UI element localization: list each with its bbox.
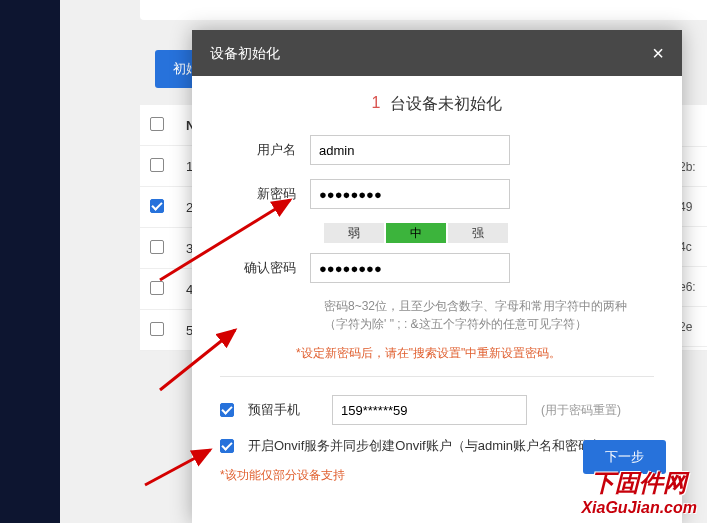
username-label: 用户名 xyxy=(220,141,310,159)
reserve-phone-checkbox[interactable] xyxy=(220,403,234,417)
watermark-cn: 下固件网 xyxy=(581,467,697,499)
row-checkbox[interactable] xyxy=(150,322,164,336)
device-init-modal: 设备初始化 × 1 台设备未初始化 用户名 新密码 弱 中 强 确认密码 密码8… xyxy=(192,30,682,523)
row-checkbox[interactable] xyxy=(150,240,164,254)
divider xyxy=(220,376,654,377)
select-all-checkbox[interactable] xyxy=(150,117,164,131)
watermark: 下固件网 XiaGuJian.com xyxy=(581,467,697,517)
watermark-en: XiaGuJian.com xyxy=(581,499,697,517)
init-count-suffix: 台设备未初始化 xyxy=(390,94,502,115)
modal-header: 设备初始化 × xyxy=(192,30,682,76)
row-checkbox[interactable] xyxy=(150,199,164,213)
after-set-warning: *设定新密码后，请在"搜索设置"中重新设置密码。 xyxy=(296,345,654,362)
password-strength: 弱 中 强 xyxy=(324,223,654,243)
strength-mid: 中 xyxy=(386,223,446,243)
modal-title: 设备初始化 xyxy=(210,30,280,76)
reserve-phone-input[interactable] xyxy=(332,395,527,425)
onvif-label: 开启Onvif服务并同步创建Onvif账户（与admin账户名和密码相同） xyxy=(248,437,630,455)
strength-strong: 强 xyxy=(448,223,508,243)
row-checkbox[interactable] xyxy=(150,158,164,172)
close-icon[interactable]: × xyxy=(652,30,664,76)
init-count-row: 1 台设备未初始化 xyxy=(220,94,654,115)
confirmpwd-label: 确认密码 xyxy=(220,259,310,277)
row-checkbox[interactable] xyxy=(150,281,164,295)
onvif-checkbox[interactable] xyxy=(220,439,234,453)
strength-weak: 弱 xyxy=(324,223,384,243)
init-count: 1 xyxy=(372,94,381,115)
reserve-phone-note: (用于密码重置) xyxy=(541,402,621,419)
password-hint: 密码8~32位，且至少包含数字、字母和常用字符中的两种（字符为除' " ; : … xyxy=(324,297,634,333)
top-panel xyxy=(140,0,707,20)
newpwd-label: 新密码 xyxy=(220,185,310,203)
username-input[interactable] xyxy=(310,135,510,165)
reserve-phone-label: 预留手机 xyxy=(248,401,318,419)
confirmpwd-input[interactable] xyxy=(310,253,510,283)
newpwd-input[interactable] xyxy=(310,179,510,209)
app-sidebar-bg xyxy=(0,0,60,523)
